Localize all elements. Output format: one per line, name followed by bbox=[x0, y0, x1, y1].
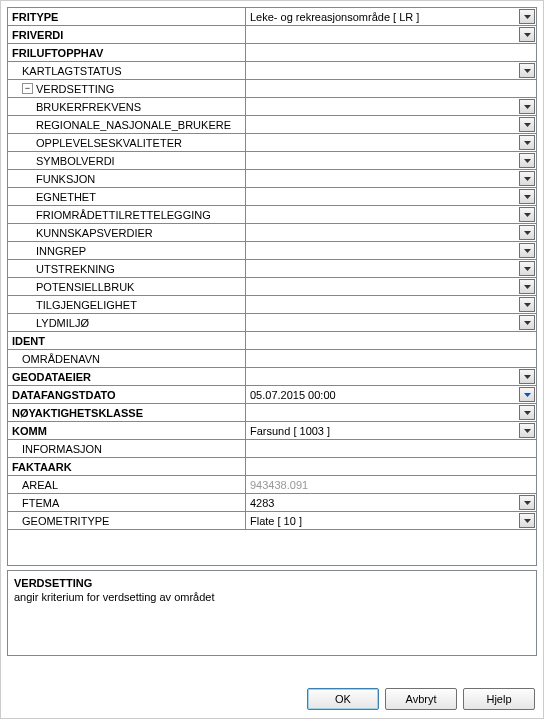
property-value-cell[interactable] bbox=[246, 98, 536, 115]
svg-marker-12 bbox=[524, 267, 531, 271]
chevron-down-icon[interactable] bbox=[519, 297, 535, 312]
property-label: FRILUFTOPPHAV bbox=[8, 44, 246, 61]
property-value-cell[interactable] bbox=[246, 188, 536, 205]
property-value-cell[interactable] bbox=[246, 368, 536, 385]
property-row: POTENSIELLBRUK bbox=[8, 278, 536, 296]
property-value-cell[interactable] bbox=[246, 242, 536, 259]
help-button[interactable]: Hjelp bbox=[463, 688, 535, 710]
property-value-cell[interactable] bbox=[246, 296, 536, 313]
property-label: KUNNSKAPSVERDIER bbox=[8, 224, 246, 241]
property-row: IDENT bbox=[8, 332, 536, 350]
chevron-down-icon[interactable] bbox=[519, 315, 535, 330]
property-value-cell[interactable] bbox=[246, 206, 536, 223]
property-value-cell[interactable] bbox=[246, 350, 536, 367]
property-label: SYMBOLVERDI bbox=[8, 152, 246, 169]
property-value-cell[interactable] bbox=[246, 332, 536, 349]
property-label: BRUKERFREKVENS bbox=[8, 98, 246, 115]
chevron-down-icon[interactable] bbox=[519, 27, 535, 42]
property-label: OPPLEVELSESKVALITETER bbox=[8, 134, 246, 151]
chevron-down-icon[interactable] bbox=[519, 99, 535, 114]
chevron-down-icon[interactable] bbox=[519, 423, 535, 438]
chevron-down-icon[interactable] bbox=[519, 9, 535, 24]
property-row: FRIVERDI bbox=[8, 26, 536, 44]
property-label: REGIONALE_NASJONALE_BRUKERE bbox=[8, 116, 246, 133]
grid-spacer bbox=[8, 530, 536, 566]
property-label: LYDMILJØ bbox=[8, 314, 246, 331]
svg-marker-11 bbox=[524, 249, 531, 253]
property-row: NØYAKTIGHETSKLASSE bbox=[8, 404, 536, 422]
svg-marker-21 bbox=[524, 519, 531, 523]
description-title: VERDSETTING bbox=[14, 577, 530, 589]
property-value-cell[interactable]: Farsund [ 1003 ] bbox=[246, 422, 536, 439]
chevron-down-icon[interactable] bbox=[519, 207, 535, 222]
property-row: EGNETHET bbox=[8, 188, 536, 206]
property-label: GEODATAEIER bbox=[8, 368, 246, 385]
property-label: GEOMETRITYPE bbox=[8, 512, 246, 529]
property-value-cell[interactable]: Leke- og rekreasjonsområde [ LR ] bbox=[246, 8, 536, 25]
property-row: INFORMASJON bbox=[8, 440, 536, 458]
property-value-cell[interactable] bbox=[246, 26, 536, 43]
chevron-down-icon[interactable] bbox=[519, 117, 535, 132]
chevron-down-icon[interactable] bbox=[519, 387, 535, 402]
ok-button[interactable]: OK bbox=[307, 688, 379, 710]
property-value-cell[interactable] bbox=[246, 80, 536, 97]
property-value: 4283 bbox=[250, 497, 274, 509]
chevron-down-icon[interactable] bbox=[519, 171, 535, 186]
property-value-cell[interactable]: Flate [ 10 ] bbox=[246, 512, 536, 529]
property-label: EGNETHET bbox=[8, 188, 246, 205]
svg-marker-10 bbox=[524, 231, 531, 235]
chevron-down-icon[interactable] bbox=[519, 495, 535, 510]
property-label: FRIVERDI bbox=[8, 26, 246, 43]
property-row: FTEMA4283 bbox=[8, 494, 536, 512]
chevron-down-icon[interactable] bbox=[519, 261, 535, 276]
chevron-down-icon[interactable] bbox=[519, 135, 535, 150]
property-row: REGIONALE_NASJONALE_BRUKERE bbox=[8, 116, 536, 134]
svg-marker-7 bbox=[524, 177, 531, 181]
svg-marker-20 bbox=[524, 501, 531, 505]
property-value-cell[interactable]: 4283 bbox=[246, 494, 536, 511]
property-value-cell[interactable] bbox=[246, 62, 536, 79]
chevron-down-icon[interactable] bbox=[519, 513, 535, 528]
property-value: Leke- og rekreasjonsområde [ LR ] bbox=[250, 11, 419, 23]
property-value-cell[interactable] bbox=[246, 458, 536, 475]
property-value: Farsund [ 1003 ] bbox=[250, 425, 330, 437]
property-value-cell[interactable]: 943438.091 bbox=[246, 476, 536, 493]
property-value-cell[interactable] bbox=[246, 134, 536, 151]
property-value-cell[interactable] bbox=[246, 404, 536, 421]
chevron-down-icon[interactable] bbox=[519, 279, 535, 294]
chevron-down-icon[interactable] bbox=[519, 243, 535, 258]
property-value-cell[interactable]: 05.07.2015 00:00 bbox=[246, 386, 536, 403]
property-value: Flate [ 10 ] bbox=[250, 515, 302, 527]
collapse-icon[interactable]: − bbox=[22, 83, 33, 94]
property-value-cell[interactable] bbox=[246, 152, 536, 169]
chevron-down-icon[interactable] bbox=[519, 225, 535, 240]
chevron-down-icon[interactable] bbox=[519, 63, 535, 78]
property-label: FUNKSJON bbox=[8, 170, 246, 187]
property-label: OMRÅDENAVN bbox=[8, 350, 246, 367]
property-value-cell[interactable] bbox=[246, 170, 536, 187]
property-value-cell[interactable] bbox=[246, 314, 536, 331]
svg-marker-1 bbox=[524, 33, 531, 37]
property-value-cell[interactable] bbox=[246, 44, 536, 61]
chevron-down-icon[interactable] bbox=[519, 369, 535, 384]
svg-marker-8 bbox=[524, 195, 531, 199]
property-label: NØYAKTIGHETSKLASSE bbox=[8, 404, 246, 421]
svg-marker-18 bbox=[524, 411, 531, 415]
chevron-down-icon[interactable] bbox=[519, 153, 535, 168]
property-value-cell[interactable] bbox=[246, 440, 536, 457]
property-value: 943438.091 bbox=[250, 479, 308, 491]
chevron-down-icon[interactable] bbox=[519, 405, 535, 420]
property-label: KOMM bbox=[8, 422, 246, 439]
chevron-down-icon[interactable] bbox=[519, 189, 535, 204]
property-value-cell[interactable] bbox=[246, 260, 536, 277]
description-box: VERDSETTING angir kriterium for verdsett… bbox=[7, 570, 537, 656]
property-row: DATAFANGSTDATO05.07.2015 00:00 bbox=[8, 386, 536, 404]
property-value-cell[interactable] bbox=[246, 116, 536, 133]
cancel-button[interactable]: Avbryt bbox=[385, 688, 457, 710]
property-row: FUNKSJON bbox=[8, 170, 536, 188]
property-value-cell[interactable] bbox=[246, 224, 536, 241]
property-row: UTSTREKNING bbox=[8, 260, 536, 278]
property-value-cell[interactable] bbox=[246, 278, 536, 295]
property-label: FRIOMRÅDETTILRETTELEGGING bbox=[8, 206, 246, 223]
svg-marker-19 bbox=[524, 429, 531, 433]
